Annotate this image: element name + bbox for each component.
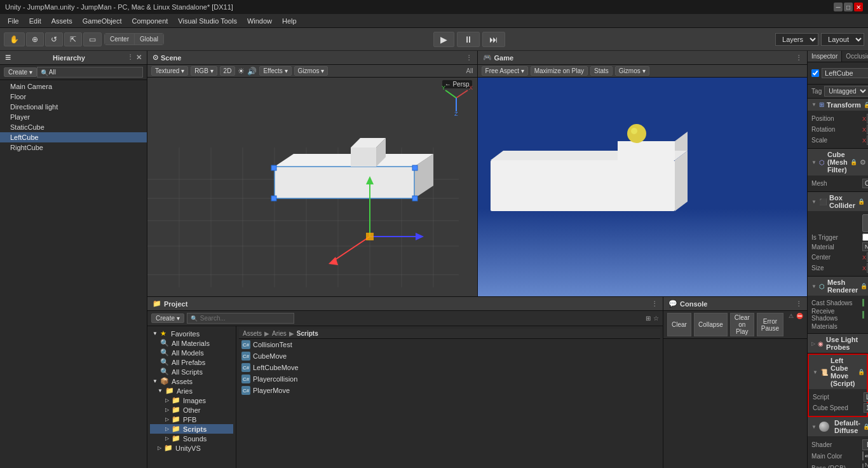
- left-cube-move-header[interactable]: ▼ 📜 Left Cube Move (Script) 🔒 ⚙: [809, 355, 867, 389]
- hierarchy-create-button[interactable]: Create ▾: [4, 67, 37, 77]
- project-icon-btn2[interactable]: ☆: [653, 315, 659, 322]
- console-collapse-button[interactable]: Collapse: [694, 313, 728, 336]
- hierarchy-close-button[interactable]: ✕: [136, 53, 142, 62]
- script-input[interactable]: [864, 392, 868, 402]
- project-create-button[interactable]: Create ▾: [151, 313, 184, 323]
- transform-component-header[interactable]: ▼ ⊞ Transform 🔒 ⚙: [808, 99, 868, 111]
- scene-gizmos-button[interactable]: Gizmos ▾: [294, 66, 329, 76]
- tree-all-materials[interactable]: 🔍 All Materials: [150, 338, 233, 348]
- tag-select[interactable]: Untagged: [824, 86, 868, 97]
- console-clear-button[interactable]: Clear: [667, 313, 691, 336]
- breadcrumb-scripts[interactable]: Scripts: [297, 330, 318, 337]
- mesh-filter-lock-icon[interactable]: 🔒: [850, 159, 857, 165]
- collider-material-input[interactable]: [862, 242, 868, 251]
- game-gizmos-button[interactable]: Gizmos ▾: [615, 66, 649, 76]
- breadcrumb-aries[interactable]: Aries: [272, 330, 287, 337]
- hierarchy-menu-icon[interactable]: ⋮: [127, 53, 133, 62]
- tree-images[interactable]: ▷ 📁 Images: [150, 396, 233, 405]
- menu-assets[interactable]: Assets: [46, 16, 78, 26]
- file-cube-move[interactable]: C# CubeMove: [239, 350, 660, 362]
- box-collider-header[interactable]: ▼ ⬛ Box Collider 🔒 ⚙: [808, 192, 868, 211]
- hierarchy-item-right-cube[interactable]: RightCube: [0, 142, 147, 153]
- material-lock-icon[interactable]: 🔒: [863, 423, 868, 430]
- game-menu-icon[interactable]: ⋮: [796, 54, 802, 61]
- layers-dropdown[interactable]: Layers: [775, 33, 818, 46]
- tree-pfb[interactable]: ▷ 📁 PFB: [150, 415, 233, 424]
- breadcrumb-assets[interactable]: Assets: [243, 330, 262, 337]
- receive-shadows-checkbox[interactable]: [862, 311, 864, 319]
- console-menu-icon[interactable]: ⋮: [796, 300, 802, 307]
- maximize-button[interactable]: □: [844, 3, 853, 11]
- mesh-filter-header[interactable]: ▼ ⬡ Cube (Mesh Filter) 🔒 ⚙: [808, 149, 868, 176]
- mesh-renderer-lock-icon[interactable]: 🔒: [860, 283, 867, 289]
- game-aspect-button[interactable]: Free Aspect ▾: [482, 66, 528, 76]
- center-button[interactable]: Center: [105, 34, 135, 45]
- global-button[interactable]: Global: [135, 34, 163, 45]
- shader-select[interactable]: Diffuse: [862, 439, 868, 450]
- scene-effects-button[interactable]: Effects ▾: [259, 66, 291, 76]
- mesh-value-input[interactable]: [862, 179, 868, 188]
- play-button[interactable]: ▶: [433, 32, 454, 47]
- tree-other[interactable]: ▷ 📁 Other: [150, 405, 233, 415]
- scene-2d-button[interactable]: 2D: [220, 66, 236, 76]
- cube-speed-input[interactable]: [864, 403, 868, 413]
- move-tool-button[interactable]: ⊕: [26, 32, 44, 46]
- hierarchy-search-input[interactable]: [37, 67, 143, 78]
- tree-favorites[interactable]: ▼ ★ Favorites: [150, 329, 233, 338]
- scene-viewport[interactable]: ← Persp X Y Z: [147, 78, 477, 296]
- tab-inspector[interactable]: Inspector: [808, 51, 842, 62]
- tree-all-prefabs[interactable]: 🔍 All Prefabs: [150, 357, 233, 367]
- tree-sounds[interactable]: ▷ 📁 Sounds: [150, 434, 233, 443]
- scale-tool-button[interactable]: ⇱: [64, 32, 82, 46]
- material-component-header[interactable]: ▼ Default-Diffuse 🔒 ⚙: [808, 417, 868, 436]
- hierarchy-item-player[interactable]: Player: [0, 112, 147, 122]
- mesh-filter-gear-icon[interactable]: ⚙: [860, 158, 866, 167]
- game-stats-button[interactable]: Stats: [590, 66, 613, 76]
- scene-menu-icon[interactable]: ⋮: [466, 54, 472, 61]
- file-collision-test[interactable]: C# CollisionTest: [239, 339, 660, 350]
- is-trigger-checkbox[interactable]: [862, 233, 868, 241]
- main-color-swatch[interactable]: [862, 451, 864, 460]
- hierarchy-item-floor[interactable]: Floor: [0, 92, 147, 102]
- scene-sound-icon[interactable]: 🔊: [247, 67, 257, 76]
- project-search-input[interactable]: [187, 313, 294, 324]
- tree-all-models[interactable]: 🔍 All Models: [150, 348, 233, 357]
- layout-dropdown[interactable]: Layout: [821, 33, 864, 46]
- rotate-tool-button[interactable]: ↺: [45, 32, 63, 46]
- object-active-checkbox[interactable]: [811, 69, 819, 77]
- file-player-collision[interactable]: C# Playercollision: [239, 373, 660, 385]
- scene-shading-button[interactable]: Textured ▾: [151, 66, 188, 76]
- tree-assets[interactable]: ▼ 📦 Assets: [150, 376, 233, 386]
- hierarchy-item-directional-light[interactable]: Directional light: [0, 102, 147, 112]
- console-error-pause-button[interactable]: Error Pause: [757, 313, 783, 336]
- hand-tool-button[interactable]: ✋: [4, 32, 25, 46]
- tab-occlusio[interactable]: Occlusio: [842, 51, 868, 62]
- project-menu-icon[interactable]: ⋮: [651, 300, 658, 307]
- scene-rgb-button[interactable]: RGB ▾: [191, 66, 217, 76]
- menu-edit[interactable]: Edit: [24, 16, 46, 26]
- pause-button[interactable]: ⏸: [457, 32, 480, 47]
- scene-light-icon[interactable]: ☀: [238, 67, 245, 76]
- hierarchy-item-main-camera[interactable]: Main Camera: [0, 81, 147, 92]
- tree-unityvs[interactable]: ▷ 📁 UnityVS: [150, 443, 233, 453]
- menu-visual-studio-tools[interactable]: Visual Studio Tools: [173, 16, 242, 26]
- minimize-button[interactable]: ─: [834, 3, 843, 11]
- cast-shadows-checkbox[interactable]: [862, 299, 864, 306]
- file-left-cube-move[interactable]: C# LeftCubeMove: [239, 362, 660, 373]
- file-player-move[interactable]: C# PlayerMove: [239, 385, 660, 396]
- step-button[interactable]: ⏭: [482, 32, 505, 47]
- tree-scripts[interactable]: ▷ 📁 Scripts: [150, 424, 233, 434]
- project-icon-btn1[interactable]: ⊞: [646, 315, 651, 322]
- menu-component[interactable]: Component: [126, 16, 173, 26]
- console-clear-on-play-button[interactable]: Clear on Play: [730, 313, 754, 336]
- menu-help[interactable]: Help: [277, 16, 302, 26]
- mesh-renderer-header[interactable]: ▼ ⬡ Mesh Renderer 🔒 ⚙: [808, 277, 868, 296]
- game-maximize-button[interactable]: Maximize on Play: [531, 66, 588, 76]
- transform-lock-icon[interactable]: 🔒: [864, 102, 868, 108]
- box-collider-lock-icon[interactable]: 🔒: [858, 198, 865, 205]
- left-cube-move-lock-icon[interactable]: 🔒: [858, 369, 865, 375]
- rect-tool-button[interactable]: ▭: [83, 32, 102, 46]
- base-rgb-swatch[interactable]: [862, 464, 864, 468]
- main-color-dropper-icon[interactable]: ✏: [865, 453, 868, 460]
- light-probes-header[interactable]: ▷ ◉ Use Light Probes: [808, 334, 868, 353]
